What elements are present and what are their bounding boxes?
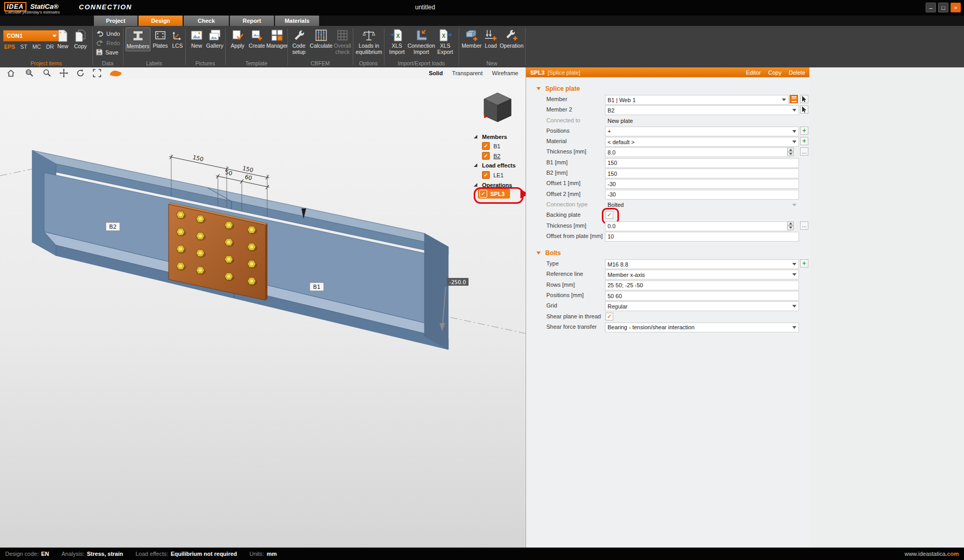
tab-check[interactable]: Check — [184, 16, 229, 26]
code-setup-button[interactable]: Code setup — [289, 27, 309, 57]
tab-report[interactable]: Report — [230, 16, 274, 26]
plates-labels-button[interactable]: Plates — [150, 27, 170, 50]
mode-transparent[interactable]: Transparent — [452, 70, 483, 76]
section-bolts[interactable]: Bolts — [526, 247, 809, 259]
b2-input[interactable]: 150 — [605, 169, 799, 178]
member-list-button[interactable] — [790, 95, 798, 103]
tab-design[interactable]: Design — [139, 16, 183, 26]
checkbox-b2[interactable]: ✓ — [482, 152, 490, 160]
chevron-down-icon — [792, 141, 796, 143]
redo-button[interactable]: Redo — [96, 39, 120, 46]
positions-dropdown[interactable]: + — [605, 127, 799, 136]
offset2-input[interactable]: -30 — [605, 190, 799, 200]
thickness-input[interactable]: 8.0 — [605, 147, 791, 157]
xls-import-button[interactable]: X XLS Import — [387, 27, 407, 57]
navigation-cube[interactable] — [481, 92, 514, 124]
members-labels-button[interactable]: Members — [126, 27, 150, 51]
bolt-type-dropdown[interactable]: M16 8.8 — [605, 259, 799, 269]
mode-eps[interactable]: EPS — [4, 44, 15, 50]
backing-thickness-input[interactable]: 0.0 — [605, 221, 791, 231]
member-label-b1[interactable]: B1 — [310, 283, 324, 291]
step-up-icon[interactable] — [787, 147, 794, 152]
mode-dr[interactable]: DR — [46, 44, 54, 50]
mode-mc[interactable]: MC — [32, 44, 40, 50]
copy-operation-button[interactable]: Copy — [768, 69, 782, 76]
pan-button[interactable] — [59, 68, 68, 78]
mode-st[interactable]: ST — [20, 44, 27, 50]
offset-from-plate-input[interactable]: 10 — [605, 232, 799, 242]
selection-blob-icon[interactable] — [109, 69, 122, 77]
xls-export-button[interactable]: X XLS Export — [434, 27, 456, 57]
delete-operation-button[interactable]: Delete — [789, 69, 805, 76]
offset1-input[interactable]: -30 — [605, 179, 799, 189]
save-button[interactable]: Save — [96, 49, 118, 55]
bolt-type-add-button[interactable]: + — [800, 259, 808, 268]
close-button[interactable]: × — [951, 3, 961, 12]
material-add-button[interactable]: + — [800, 137, 808, 145]
connection-item-selector[interactable]: CON1 — [3, 30, 60, 41]
minimize-button[interactable]: – — [926, 3, 936, 12]
thickness-more-button[interactable]: … — [800, 147, 808, 156]
3d-scene[interactable]: 150 150 50 60 B2 B1 — [0, 79, 526, 548]
b1-input[interactable]: 150 — [605, 158, 799, 168]
overall-check-button[interactable]: Overall check — [333, 27, 352, 57]
new-load-button[interactable]: Load — [483, 27, 499, 50]
new-member-button[interactable]: Member — [461, 27, 483, 50]
apply-template-button[interactable]: Apply — [228, 27, 247, 50]
backing-thickness-more-button[interactable]: … — [800, 221, 808, 230]
shear-force-dropdown[interactable]: Bearing - tension/shear interaction — [605, 323, 799, 332]
mode-wireframe[interactable]: Wireframe — [492, 70, 518, 76]
calculate-button[interactable]: Calculate — [309, 27, 334, 50]
tree-item-b1[interactable]: ✓ B1 — [470, 142, 500, 150]
positions-add-button[interactable]: + — [800, 127, 808, 135]
tree-item-le1[interactable]: ✓ LE1 — [470, 171, 504, 179]
zoom-button[interactable] — [43, 68, 52, 78]
loads-in-equilibrium-button[interactable]: Loads in equilibrium — [354, 27, 383, 57]
maximize-button[interactable]: □ — [938, 3, 948, 12]
undo-button[interactable]: Undo — [96, 30, 120, 37]
grid-dropdown[interactable]: Regular — [605, 301, 799, 311]
bolt-positions-input[interactable]: 50 60 — [605, 291, 799, 301]
bolt-rows-input[interactable]: 25 50; -25 -50 — [605, 281, 799, 290]
home-view-button[interactable] — [6, 68, 16, 78]
member2-pick-button[interactable] — [800, 105, 808, 114]
tree-header-members[interactable]: Members — [470, 132, 507, 141]
connection-import-button[interactable]: Connection Import — [408, 27, 434, 57]
template-manager-button[interactable]: Manager — [267, 27, 287, 50]
rotate-view-button[interactable] — [76, 68, 85, 78]
zoom-fit-button[interactable] — [92, 68, 102, 78]
member2-dropdown[interactable]: B2 — [605, 105, 799, 115]
section-splice-plate[interactable]: Splice plate — [526, 83, 809, 94]
member-dropdown[interactable]: B1 | Web 1 — [605, 95, 789, 105]
tab-materials[interactable]: Materials — [275, 16, 319, 26]
step-down-icon[interactable] — [787, 152, 794, 157]
copy-project-item-button[interactable]: Copy — [72, 28, 89, 51]
lcs-labels-button[interactable]: LCS — [170, 27, 185, 50]
backing-thickness-stepper[interactable] — [787, 221, 794, 230]
editor-button[interactable]: Editor — [746, 69, 761, 76]
website-link[interactable]: www.ideastatica.com — [904, 551, 959, 557]
shear-plane-checkbox[interactable]: ✓ — [605, 313, 613, 320]
new-picture-button[interactable]: New — [188, 27, 205, 50]
material-dropdown[interactable]: < default > — [605, 137, 799, 147]
step-up-icon[interactable] — [787, 221, 794, 226]
tab-project[interactable]: Project — [94, 16, 137, 26]
member-label-b2[interactable]: B2 — [106, 222, 120, 231]
thickness-stepper[interactable] — [787, 147, 794, 156]
new-project-item-button[interactable]: New — [54, 28, 72, 51]
checkbox-b1[interactable]: ✓ — [482, 142, 490, 150]
svg-text:X: X — [442, 33, 446, 39]
row-member: Member B1 | Web 1 — [526, 94, 809, 105]
create-template-button[interactable]: Create — [247, 27, 267, 50]
member-pick-button[interactable] — [800, 95, 808, 103]
new-operation-button[interactable]: Operation — [499, 27, 524, 50]
checkbox-le1[interactable]: ✓ — [482, 171, 490, 179]
step-down-icon[interactable] — [787, 226, 794, 230]
zoom-window-button[interactable] — [25, 68, 34, 78]
row-b2: B2 [mm] 150 — [526, 168, 809, 178]
tree-header-load-effects[interactable]: Load effects — [470, 161, 516, 170]
reference-line-dropdown[interactable]: Member x-axis — [605, 270, 799, 279]
gallery-button[interactable]: Gallery — [205, 27, 225, 50]
mode-solid[interactable]: Solid — [429, 70, 443, 76]
tree-item-b2[interactable]: ✓ B2 — [470, 151, 500, 160]
